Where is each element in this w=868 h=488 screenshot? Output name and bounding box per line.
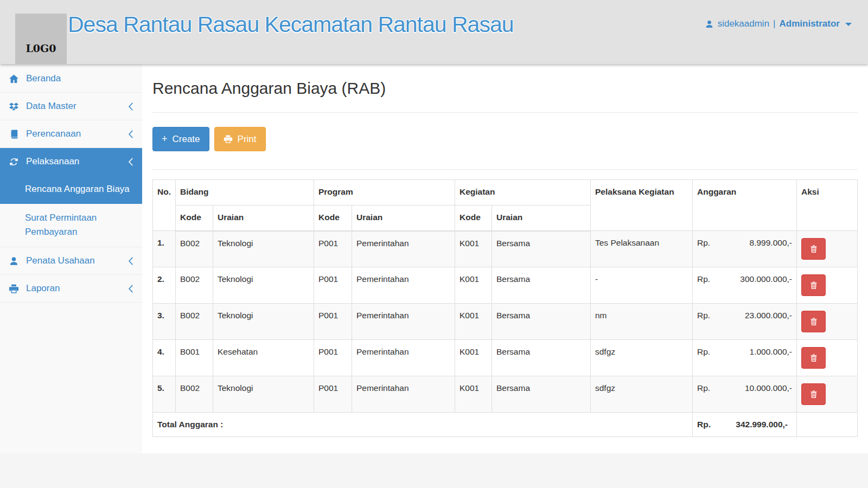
user-dropdown[interactable]: sidekaadmin | Administrator <box>705 18 852 29</box>
sidebar-item-pelaksanaan[interactable]: Pelaksanaan <box>0 148 142 175</box>
pelaksana-kegiatan: sdfgz <box>591 340 693 376</box>
sidebar-subitem-rencana-anggaran-biaya[interactable]: Rencana Anggaran Biaya <box>0 175 142 204</box>
kegiatan-uraian: Bersama <box>492 376 591 413</box>
sidebar-item-label: Perencanaan <box>26 129 81 139</box>
program-uraian: Pemerintahan <box>352 340 455 376</box>
anggaran-value: 8.999.000,- <box>750 238 792 248</box>
aksi-cell <box>797 304 858 340</box>
total-anggaran-value: 342.999.000,- <box>736 420 788 429</box>
col-header-bidang-uraian: Uraian <box>213 206 314 231</box>
title-divider <box>152 112 858 113</box>
pelaksana-kegiatan: Tes Pelaksanaan <box>591 231 693 267</box>
total-label: Total Anggaran : <box>153 413 693 437</box>
col-header-bidang-kode: Kode <box>176 206 213 231</box>
currency-label: Rp. <box>697 238 710 248</box>
sidebar-item-penata-usahaan[interactable]: Penata Usahaan <box>0 247 142 275</box>
col-header-kegiatan: Kegiatan <box>455 180 591 206</box>
sidebar: Beranda Data Master Perencanaan Pelaksan… <box>0 64 142 453</box>
user-icon <box>9 256 19 266</box>
program-kode: P001 <box>314 267 352 304</box>
row-number: 5. <box>153 376 176 413</box>
sidebar-item-label: Laporan <box>26 283 60 294</box>
anggaran-cell: Rp.8.999.000,- <box>693 231 797 267</box>
print-button-label: Print <box>238 133 257 145</box>
aksi-cell <box>797 376 858 413</box>
username: sidekaadmin <box>718 18 769 29</box>
currency-label: Rp. <box>697 383 710 393</box>
sidebar-item-laporan[interactable]: Laporan <box>0 275 142 303</box>
currency-label: Rp. <box>697 420 711 429</box>
table-row: 1. B002 Teknologi P001 Pemerintahan K001… <box>153 231 858 267</box>
sidebar-subitem-label: Surat Permintaan Pembayaran <box>25 213 97 237</box>
total-row: Total Anggaran : Rp.342.999.000,- <box>153 413 858 437</box>
user-role: Administrator <box>780 18 840 29</box>
print-button[interactable]: Print <box>214 127 266 151</box>
anggaran-value: 300.000.000,- <box>740 274 792 284</box>
create-button-label: Create <box>173 133 200 145</box>
col-header-program-uraian: Uraian <box>352 206 455 231</box>
bidang-kode: B002 <box>176 231 213 267</box>
sidebar-subitem-surat-permintaan-pembayaran[interactable]: Surat Permintaan Pembayaran <box>0 204 142 247</box>
sidebar-item-perencanaan[interactable]: Perencanaan <box>0 120 142 148</box>
trash-icon <box>809 354 818 362</box>
bidang-kode: B002 <box>176 304 213 340</box>
trash-icon <box>809 317 818 326</box>
currency-label: Rp. <box>697 274 710 284</box>
sidebar-item-beranda[interactable]: Beranda <box>0 65 142 93</box>
anggaran-value: 1.000.000,- <box>750 347 792 357</box>
bidang-uraian: Teknologi <box>213 376 314 413</box>
aksi-cell <box>797 340 858 376</box>
username-role-divider: | <box>773 18 775 29</box>
trash-icon <box>809 390 818 399</box>
program-kode: P001 <box>314 340 352 376</box>
program-kode: P001 <box>314 376 352 413</box>
chevron-left-icon <box>128 102 133 111</box>
sidebar-item-label: Data Master <box>26 101 76 112</box>
chevron-left-icon <box>128 158 133 166</box>
sidebar-item-data-master[interactable]: Data Master <box>0 93 142 120</box>
chevron-left-icon <box>128 257 133 265</box>
kegiatan-uraian: Bersama <box>492 304 591 340</box>
row-number: 4. <box>153 340 176 376</box>
toolbar-divider <box>152 169 858 170</box>
row-number: 2. <box>153 267 176 304</box>
site-title: Desa Rantau Rasau Kecamatan Rantau Rasau <box>68 12 514 37</box>
printer-icon <box>9 284 19 294</box>
program-uraian: Pemerintahan <box>352 231 455 267</box>
create-button[interactable]: + Create <box>152 127 209 151</box>
program-kode: P001 <box>314 304 352 340</box>
kegiatan-uraian: Bersama <box>492 267 591 304</box>
row-number: 3. <box>153 304 176 340</box>
delete-button[interactable] <box>801 383 826 405</box>
anggaran-cell: Rp.300.000.000,- <box>693 267 797 304</box>
col-header-program-kode: Kode <box>314 206 352 231</box>
delete-button[interactable] <box>801 347 826 369</box>
chevron-left-icon <box>128 130 133 138</box>
anggaran-cell: Rp.1.000.000,- <box>693 340 797 376</box>
col-header-aksi: Aksi <box>797 180 858 231</box>
table-row: 2. B002 Teknologi P001 Pemerintahan K001… <box>153 267 858 304</box>
refresh-icon <box>9 157 19 167</box>
col-header-kegiatan-kode: Kode <box>455 206 492 231</box>
table-row: 4. B001 Kesehatan P001 Pemerintahan K001… <box>153 340 858 376</box>
col-header-kegiatan-uraian: Uraian <box>492 206 591 231</box>
col-header-pelaksana: Pelaksana Kegiatan <box>591 180 693 231</box>
kegiatan-kode: K001 <box>455 231 492 267</box>
bidang-uraian: Teknologi <box>213 267 314 304</box>
kegiatan-kode: K001 <box>455 340 492 376</box>
logo-placeholder-text: L0G0 <box>25 42 56 54</box>
anggaran-cell: Rp.10.000.000,- <box>693 376 797 413</box>
toolbar: + Create Print <box>152 127 858 151</box>
delete-button[interactable] <box>801 238 826 260</box>
aksi-cell <box>797 231 858 267</box>
delete-button[interactable] <box>801 311 826 332</box>
bidang-uraian: Kesehatan <box>213 340 314 376</box>
sidebar-item-label: Penata Usahaan <box>26 255 95 266</box>
program-uraian: Pemerintahan <box>352 304 455 340</box>
bidang-kode: B001 <box>176 340 213 376</box>
main-content: Rencana Anggaran Biaya (RAB) + Create Pr… <box>142 64 868 453</box>
delete-button[interactable] <box>801 274 826 296</box>
total-anggaran-cell: Rp.342.999.000,- <box>693 413 797 437</box>
kegiatan-uraian: Bersama <box>492 231 591 267</box>
anggaran-cell: Rp.23.000.000,- <box>693 304 797 340</box>
